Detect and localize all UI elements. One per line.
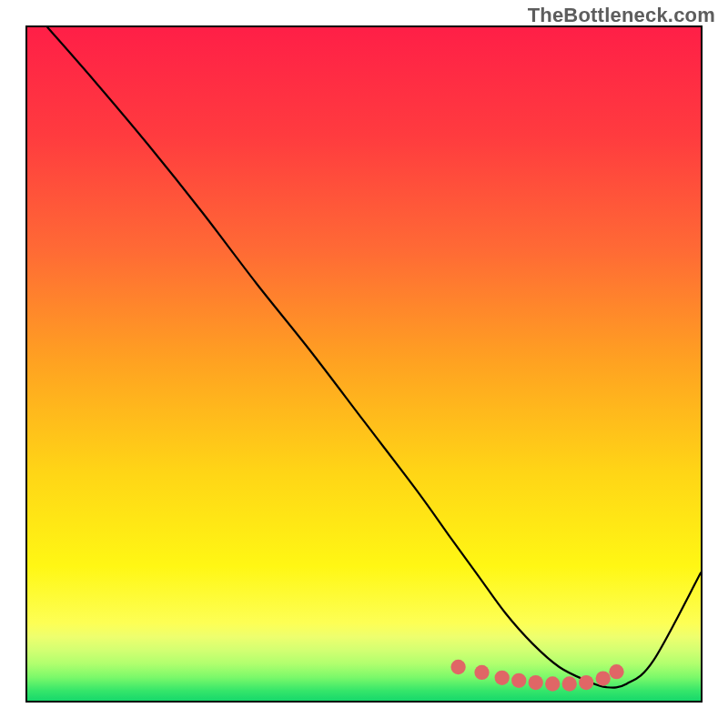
chart-stage: TheBottleneck.com: [0, 0, 728, 728]
plot-area: [25, 25, 703, 703]
bottleneck-curve: [47, 27, 701, 688]
sweet-spot-dot: [545, 676, 560, 691]
sweet-spot-dots: [450, 660, 623, 692]
sweet-spot-dot: [596, 671, 611, 685]
sweet-spot-dot: [579, 675, 593, 690]
sweet-spot-dot: [529, 675, 543, 690]
sweet-spot-dot: [474, 665, 489, 680]
watermark-label: TheBottleneck.com: [528, 4, 715, 27]
curve-layer: [27, 27, 701, 701]
sweet-spot-dot: [562, 676, 577, 691]
sweet-spot-dot: [495, 671, 510, 685]
sweet-spot-dot: [609, 664, 623, 679]
sweet-spot-dot: [511, 673, 526, 688]
sweet-spot-dot: [450, 660, 465, 674]
